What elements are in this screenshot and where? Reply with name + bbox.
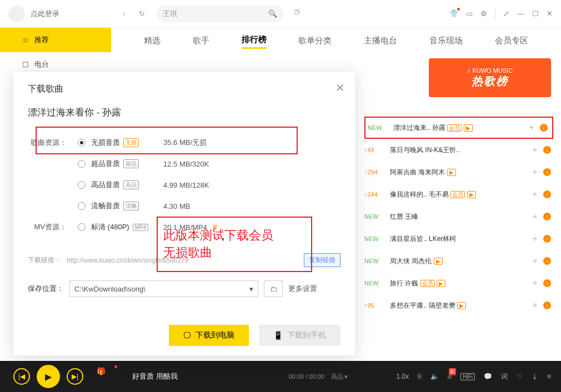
song-name: 旅行 许巍 会员 ▶ bbox=[390, 279, 527, 288]
download-button[interactable]: ↓ bbox=[543, 301, 553, 309]
add-button[interactable]: + bbox=[530, 234, 540, 244]
download-button[interactable]: ↓ bbox=[543, 190, 553, 198]
player-quality-label[interactable]: 高品▾ bbox=[331, 373, 348, 381]
download-button[interactable]: ↓ bbox=[540, 124, 550, 132]
quality-option[interactable]: 高品音质 高品4.99 MB/128K bbox=[28, 174, 340, 195]
save-location-input[interactable]: C:\KwDownload\song\ ▾ bbox=[69, 280, 258, 297]
hifi-button[interactable]: HiFi bbox=[460, 373, 475, 380]
equalizer-icon[interactable]: ⎄新 bbox=[448, 373, 452, 380]
maximize-icon[interactable]: ☐ bbox=[532, 9, 539, 18]
add-button[interactable]: + bbox=[530, 256, 540, 266]
song-row[interactable]: ↑95多想在平庸.. 隔壁老樊 ▶+↓ bbox=[364, 294, 553, 316]
minimize-icon[interactable]: — bbox=[517, 9, 524, 18]
add-button[interactable]: + bbox=[530, 145, 540, 155]
download-button[interactable]: ↓ bbox=[543, 279, 553, 287]
add-button[interactable]: + bbox=[527, 123, 537, 133]
play-tag: ▶ bbox=[467, 191, 476, 198]
quality-name: 超品音质 超品 bbox=[91, 159, 163, 169]
more-settings-link[interactable]: 更多设置 bbox=[288, 284, 317, 294]
speed-button[interactable]: 1.0x bbox=[397, 373, 409, 380]
mv-source-label: MV资源： bbox=[28, 222, 78, 232]
download-to-pc-button[interactable]: 🖵 下载到电脑 bbox=[169, 325, 249, 346]
mv-name: 标清 (480P) MP4 bbox=[91, 222, 163, 232]
tab-live[interactable]: 音乐现场 bbox=[429, 36, 463, 48]
quality-tag: 超品 bbox=[123, 159, 139, 168]
back-button[interactable]: ‹ bbox=[118, 8, 129, 19]
lyrics-button[interactable]: 词 bbox=[501, 372, 508, 381]
download-button[interactable]: ↓ bbox=[543, 213, 553, 220]
add-button[interactable]: + bbox=[530, 278, 540, 288]
song-row[interactable]: ↑244像我这样的.. 毛不易 会员 ▶+↓ bbox=[364, 183, 553, 205]
tab-playlist[interactable]: 歌单分类 bbox=[298, 36, 332, 48]
play-button[interactable]: ▶ bbox=[37, 365, 60, 388]
download-button[interactable]: ↓ bbox=[543, 146, 553, 154]
quality-option[interactable]: 流畅音质 流畅4.30 MB bbox=[28, 195, 340, 217]
next-track-button[interactable]: ▶| bbox=[67, 368, 83, 385]
tab-broadcast[interactable]: 主播电台 bbox=[364, 36, 397, 48]
tab-featured[interactable]: 精选 bbox=[144, 36, 161, 48]
comment-icon[interactable]: 💬 bbox=[484, 373, 492, 380]
download-button[interactable]: ↓ bbox=[543, 168, 553, 176]
annotation-box-2: 此版本测试下载会员 无损歌曲 bbox=[157, 217, 312, 272]
quality-option[interactable]: 超品音质 超品12.5 MB/320K bbox=[28, 153, 340, 174]
favorite-icon[interactable]: ♡ bbox=[517, 373, 523, 380]
close-dialog-button[interactable]: ✕ bbox=[335, 81, 345, 94]
effect-icon[interactable]: ⎘ bbox=[418, 373, 422, 380]
search-icon[interactable]: 🔍 bbox=[268, 9, 277, 18]
add-button[interactable]: + bbox=[530, 167, 540, 177]
search-input[interactable]: 王琪 🔍 bbox=[156, 6, 284, 22]
download-button[interactable]: ↓ bbox=[543, 257, 553, 265]
avatar[interactable] bbox=[8, 6, 25, 22]
add-button[interactable]: + bbox=[530, 300, 540, 310]
browse-folder-button[interactable]: 🗀 bbox=[264, 280, 283, 297]
radio-button[interactable] bbox=[78, 202, 86, 210]
song-name: 漂洋过海来.. 孙露 会员 ▶ bbox=[393, 123, 523, 133]
voice-search-icon[interactable]: ◷ bbox=[294, 7, 307, 21]
mv-tag: MP4 bbox=[133, 224, 149, 231]
main-tabs: 精选 歌手 排行榜 歌单分类 主播电台 音乐现场 会员专区 bbox=[111, 28, 561, 56]
refresh-button[interactable]: ↻ bbox=[136, 8, 147, 19]
tab-vip[interactable]: 会员专区 bbox=[495, 36, 528, 48]
song-row[interactable]: ↑294阿果吉曲 海来阿木 ▶+↓ bbox=[364, 161, 553, 183]
play-tag: ▶ bbox=[464, 124, 473, 132]
sidebar-item-recommend[interactable]: ☆ 推荐 bbox=[0, 28, 111, 52]
mini-mode-icon[interactable]: ⤢ bbox=[503, 9, 509, 18]
song-name: 阿果吉曲 海来阿木 ▶ bbox=[390, 168, 527, 177]
login-link[interactable]: 点此登录 bbox=[31, 9, 59, 19]
tab-artist[interactable]: 歌手 bbox=[193, 36, 209, 48]
dropdown-icon[interactable]: ▾ bbox=[249, 285, 253, 293]
skin-icon[interactable]: 👕 bbox=[449, 9, 458, 18]
playlist-icon[interactable]: ≡ bbox=[547, 373, 551, 380]
song-row[interactable]: NEW漂洋过海来.. 孙露 会员 ▶+↓ bbox=[364, 117, 553, 139]
add-button[interactable]: + bbox=[530, 212, 540, 222]
download-icon[interactable]: ⭳ bbox=[532, 373, 538, 380]
song-row[interactable]: NEW红唇 王峰+↓ bbox=[364, 205, 553, 228]
settings-icon[interactable]: ⚙ bbox=[480, 9, 487, 18]
song-name: 红唇 王峰 bbox=[390, 212, 527, 222]
radio-icon[interactable]: ▭ bbox=[466, 9, 473, 18]
phone-icon: 📱 bbox=[273, 331, 283, 340]
song-name: 满目星辰皆.. LKer林柯 bbox=[390, 234, 527, 244]
download-to-phone-button[interactable]: 📱 下载到手机 bbox=[259, 325, 340, 346]
volume-icon[interactable]: 🔈 bbox=[430, 373, 439, 380]
radio-button[interactable] bbox=[78, 223, 86, 231]
prev-track-button[interactable]: |◀ bbox=[13, 368, 30, 385]
close-icon[interactable]: ✕ bbox=[547, 9, 553, 18]
quality-name: 高品音质 高品 bbox=[91, 180, 163, 190]
rank-indicator: NEW bbox=[364, 235, 387, 242]
radio-button[interactable] bbox=[78, 181, 86, 189]
rank-indicator: NEW bbox=[368, 124, 390, 131]
radio-button[interactable] bbox=[78, 160, 86, 168]
song-row[interactable]: ↑49落日与晚风 IN-K&王忻..+↓ bbox=[364, 139, 553, 161]
song-name: 落日与晚风 IN-K&王忻.. bbox=[390, 145, 527, 155]
tab-ranking[interactable]: 排行榜 bbox=[242, 34, 267, 49]
play-tag: ▶ bbox=[434, 258, 443, 265]
download-dialog: 下载歌曲 ✕ 漂洋过海来看你 - 孙露 歌曲资源：无损音质 无损35.6 MB/… bbox=[13, 72, 355, 355]
song-row[interactable]: NEW满目星辰皆.. LKer林柯+↓ bbox=[364, 228, 553, 250]
gift-icon[interactable]: 🎁 bbox=[97, 367, 116, 386]
download-button[interactable]: ↓ bbox=[543, 235, 553, 243]
hot-chart-banner[interactable]: ♪ KUWO MUSIC 热歌榜 bbox=[429, 58, 551, 97]
add-button[interactable]: + bbox=[530, 189, 540, 199]
song-row[interactable]: NEW旅行 许巍 会员 ▶+↓ bbox=[364, 272, 553, 294]
song-row[interactable]: NEW周大侠 周杰伦 ▶+↓ bbox=[364, 250, 553, 272]
